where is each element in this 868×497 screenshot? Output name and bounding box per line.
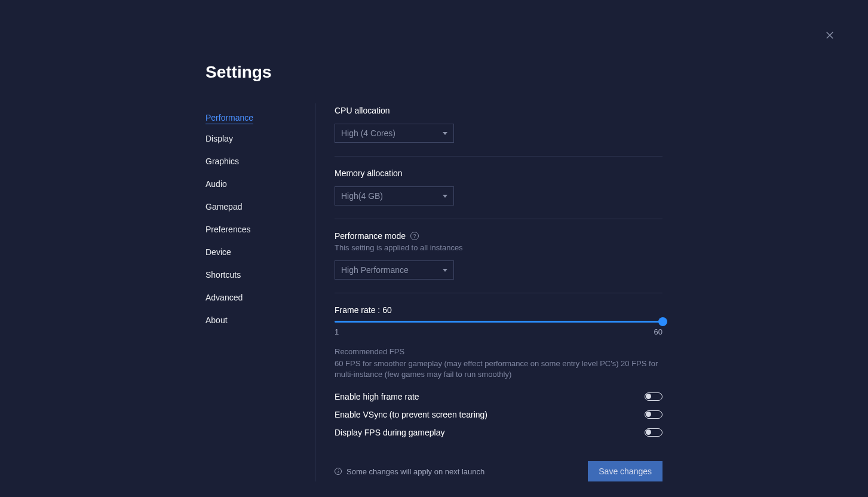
toggle-display-fps[interactable] [645,428,662,437]
toggle-vsync[interactable] [645,410,662,419]
toggle-high-frame-label: Enable high frame rate [335,392,419,401]
frame-rate-label: Frame rate : 60 [335,305,662,315]
cpu-allocation-select[interactable]: High (4 Cores) [335,124,454,143]
info-icon: i [335,468,342,475]
save-changes-button[interactable]: Save changes [588,461,662,481]
performance-mode-sublabel: This setting is applied to all instances [335,243,662,252]
sidebar-item-display[interactable]: Display [206,130,233,147]
performance-mode-label: Performance mode ? [335,231,662,241]
toggle-vsync-label: Enable VSync (to prevent screen tearing) [335,410,487,419]
sidebar-item-audio[interactable]: Audio [206,176,227,192]
sidebar-item-preferences[interactable]: Preferences [206,221,250,238]
settings-sidebar: Performance Display Graphics Audio Gamep… [206,103,315,481]
chevron-down-icon [443,269,447,272]
performance-mode-select[interactable]: High Performance [335,260,454,280]
chevron-down-icon [443,132,447,135]
sidebar-item-performance[interactable]: Performance [206,109,253,124]
cpu-allocation-value: High (4 Cores) [341,128,395,138]
fps-recommend-body: 60 FPS for smoother gameplay (may effect… [335,358,662,380]
frame-rate-slider-thumb[interactable] [658,317,667,326]
frame-rate-slider-track[interactable] [335,321,662,323]
sidebar-item-about[interactable]: About [206,312,228,329]
memory-allocation-select[interactable]: High(4 GB) [335,186,454,205]
fps-recommend-head: Recommended FPS [335,347,662,356]
chevron-down-icon [443,195,447,198]
sidebar-item-graphics[interactable]: Graphics [206,153,239,170]
help-icon[interactable]: ? [410,232,419,240]
cpu-allocation-label: CPU allocation [335,106,662,115]
memory-allocation-label: Memory allocation [335,168,662,178]
settings-main: CPU allocation High (4 Cores) Memory all… [315,103,662,481]
footer-note: i Some changes will apply on next launch [335,467,484,476]
sidebar-item-gamepad[interactable]: Gamepad [206,198,242,215]
page-title: Settings [206,63,662,82]
close-button[interactable] [824,30,835,41]
frame-rate-max: 60 [654,327,662,336]
sidebar-item-device[interactable]: Device [206,244,231,260]
sidebar-item-advanced[interactable]: Advanced [206,289,243,306]
sidebar-item-shortcuts[interactable]: Shortcuts [206,266,241,283]
toggle-high-frame[interactable] [645,392,662,401]
frame-rate-min: 1 [335,327,339,336]
performance-mode-value: High Performance [341,265,409,275]
memory-allocation-value: High(4 GB) [341,191,383,201]
toggle-display-fps-label: Display FPS during gameplay [335,428,444,437]
